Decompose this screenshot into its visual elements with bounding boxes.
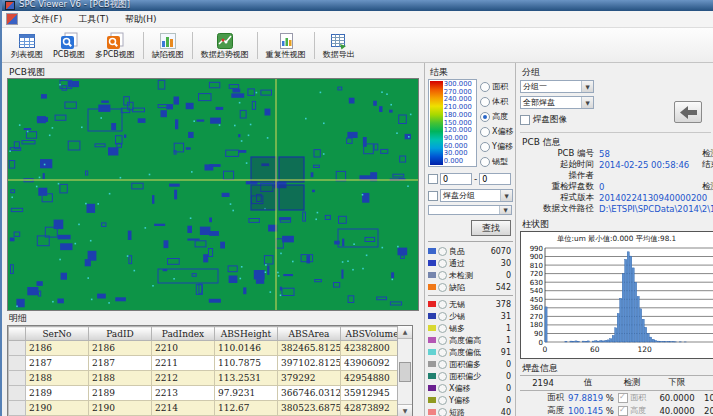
pad-info-checkbox[interactable]	[618, 393, 628, 403]
scroll-down-icon[interactable]: ▼	[398, 404, 412, 416]
row-selector-cell[interactable]	[9, 371, 26, 386]
row-selector-cell[interactable]	[9, 341, 26, 356]
table-row[interactable]: 218721872211110.7875397102.812543906092	[9, 356, 404, 371]
legend-label: 良品	[449, 246, 465, 257]
svg-text:990: 990	[530, 245, 543, 253]
table-row[interactable]: 219021902214112.67380523.687542873892	[9, 401, 404, 416]
legend-item[interactable]: 缺陷542	[428, 281, 513, 293]
detail-column-header[interactable]: PadIndex	[152, 327, 215, 341]
legend-color-swatch	[428, 260, 436, 266]
pcb-info-row: 操作者	[520, 170, 713, 181]
svg-text:60: 60	[590, 345, 600, 354]
titlebar[interactable]: SPC Viewer V6 - [PCB视图]	[2, 0, 713, 11]
metric-radio-5[interactable]: 锡型	[480, 156, 513, 167]
legend-item[interactable]: 少锡31	[428, 310, 513, 322]
legend-count: 0	[506, 360, 513, 369]
histogram-panel: 单位:um 最小值:0.000 平均值:98.1 090180270360450…	[520, 231, 713, 359]
metric-radio-0[interactable]: 面积	[480, 81, 513, 92]
radio-icon	[438, 300, 447, 309]
svg-text:180: 180	[530, 321, 543, 329]
chevron-down-icon: ▼	[581, 97, 593, 108]
legend-item[interactable]: X偏移0	[428, 382, 513, 394]
scroll-up-icon[interactable]: ▲	[398, 326, 412, 339]
main-content: PCB视图 明细 SerNoPadIDPadIndexABSHeightABSA…	[2, 63, 713, 416]
legend-item[interactable]: 高度偏低91	[428, 346, 513, 358]
legend-item[interactable]: 短路40	[428, 406, 513, 416]
group-select[interactable]: 分组一 ▼	[520, 80, 594, 93]
pad-group-checkbox[interactable]	[428, 191, 438, 201]
pad-group-select[interactable]: 焊盘分组 ▼	[440, 189, 513, 202]
table-row[interactable]: 218621862210110.0146382465.812542382800	[9, 341, 404, 356]
detail-table-wrap: SerNoPadIDPadIndexABSHeightABSAreaABSVol…	[7, 325, 413, 416]
legend-label: 面积偏少	[449, 371, 481, 382]
detail-column-header[interactable]: PadID	[89, 327, 152, 341]
back-arrow-button[interactable]	[674, 101, 702, 123]
pad-group-row: 焊盘分组 ▼	[428, 189, 513, 202]
legend-item[interactable]: Y偏移0	[428, 394, 513, 406]
menu-item[interactable]: 工具(T)	[70, 12, 117, 27]
radio-icon	[480, 157, 490, 167]
detail-column-header[interactable]: ABSArea	[278, 327, 341, 341]
table-row[interactable]: 218821882212113.253137929242954880	[9, 371, 404, 386]
pcb-view-canvas[interactable]	[7, 78, 419, 311]
range-to-input[interactable]	[479, 173, 511, 185]
trend-view-icon	[216, 32, 234, 50]
detail-cell: 2187	[89, 356, 152, 371]
legend-divider	[428, 295, 513, 296]
detail-cell: 2190	[26, 401, 89, 416]
legend-item[interactable]: 高度偏高1	[428, 334, 513, 346]
legend-color-swatch	[428, 248, 436, 254]
detail-scrollbar[interactable]: ▲ ▼	[397, 326, 412, 416]
legend-item[interactable]: 面积偏少0	[428, 370, 513, 382]
row-selector-cell[interactable]	[9, 401, 26, 416]
pad-filter-select[interactable]: 全部焊盘 ▼	[520, 96, 594, 109]
metric-radio-1[interactable]: 体积	[480, 96, 513, 107]
table-row[interactable]: 21892189221397.9231366746.031235912945	[9, 386, 404, 401]
legend-count: 6070	[491, 247, 513, 256]
toolbar-button-multi-pcb-view[interactable]: 多PCB视图	[91, 31, 139, 60]
legend-item[interactable]: 面积偏多0	[428, 358, 513, 370]
pad-info-checkbox[interactable]	[618, 406, 628, 416]
legend-item[interactable]: 未检测0	[428, 269, 513, 281]
metric-label: 锡型	[492, 156, 508, 167]
legend-label: 高度偏高	[449, 335, 481, 346]
toolbar-button-list-view[interactable]: 列表视图	[7, 31, 47, 60]
pad-info-header: 2194值检测下限上限	[520, 375, 713, 391]
metric-radio-4[interactable]: Y偏移	[480, 141, 513, 152]
legend-item[interactable]: 无锡378	[428, 298, 513, 310]
detail-column-header[interactable]: ABSVolume	[341, 327, 404, 341]
toolbar-button-repeat-view[interactable]: 重复性视图	[262, 31, 310, 60]
range-from-input[interactable]	[440, 173, 472, 185]
row-selector-cell[interactable]	[9, 386, 26, 401]
legend-item[interactable]: 通过30	[428, 257, 513, 269]
radio-icon	[438, 372, 447, 381]
chevron-down-icon: ▼	[500, 190, 512, 201]
toolbar-button-pcb-view[interactable]: PCB视图	[49, 31, 89, 60]
pad-info-table: 2194值检测下限上限面积97.8819 %面积60.0000100.高度100…	[520, 375, 713, 416]
legend-label: 短路	[449, 407, 465, 416]
menu-item[interactable]: 帮助(H)	[117, 12, 165, 27]
legend-count: 91	[501, 348, 513, 357]
pad-image-checkbox[interactable]	[520, 115, 530, 125]
toolbar-button-data-export[interactable]: 数据导出	[319, 31, 359, 60]
radio-icon	[480, 112, 490, 122]
legend-color-swatch	[428, 361, 436, 367]
detail-cell: 42873892	[341, 401, 404, 416]
detail-column-header[interactable]: SerNo	[26, 327, 89, 341]
legend-item[interactable]: 良品6070	[428, 245, 513, 257]
scrollbar-thumb[interactable]	[399, 362, 411, 382]
detail-cell: 382465.8125	[278, 341, 341, 356]
detail-column-header[interactable]: ABSHeight	[215, 327, 278, 341]
pcb-info-title: PCB 信息	[522, 136, 713, 147]
row-selector-cell[interactable]	[9, 356, 26, 371]
toolbar-button-defect-view[interactable]: 缺陷视图	[148, 31, 188, 60]
sub-group-select[interactable]: ▼	[428, 205, 512, 215]
legend-item[interactable]: 锡多1	[428, 322, 513, 334]
menu-item[interactable]: 文件(F)	[24, 12, 70, 27]
search-button[interactable]: 查找	[471, 220, 511, 236]
toolbar-button-trend-view[interactable]: 数据趋势视图	[197, 31, 253, 60]
metric-radio-3[interactable]: X偏移	[480, 126, 513, 137]
range-filter-checkbox[interactable]	[428, 174, 438, 184]
metric-radio-2[interactable]: 高度	[480, 111, 513, 122]
pad-info-value: 97.8819 %	[566, 393, 610, 403]
